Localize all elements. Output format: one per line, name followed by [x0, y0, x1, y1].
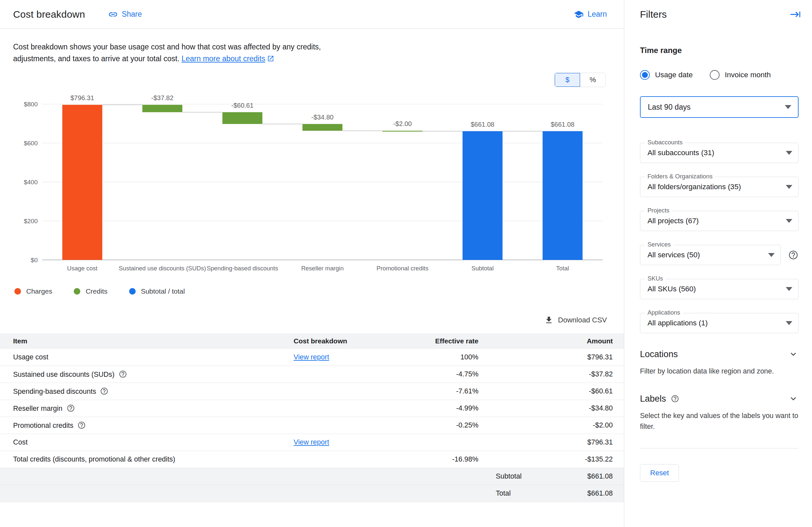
view-report-link[interactable]: View report [294, 353, 329, 361]
radio-dot [710, 70, 720, 80]
arrow-drop-down-icon [768, 253, 775, 257]
waterfall-svg: $0$200$400$600$800$796.31Usage cost-$37.… [13, 88, 611, 280]
field-label: Applications [645, 309, 683, 316]
help-icon[interactable] [100, 387, 108, 395]
usage-date-radio[interactable]: Usage date [640, 70, 693, 80]
svg-text:Promotional credits: Promotional credits [377, 265, 428, 272]
labels-section-header: Labels [640, 393, 799, 404]
link-icon [108, 10, 118, 19]
effective-rate-value: -16.98% [419, 455, 485, 464]
download-csv-button[interactable]: Download CSV [544, 316, 607, 325]
svg-text:$0: $0 [31, 257, 38, 264]
percent-toggle-button[interactable]: % [580, 73, 605, 87]
learn-button[interactable]: Learn [574, 10, 607, 19]
cost-breakdown-table: Item Cost breakdown Effective rate Amoun… [0, 333, 624, 502]
legend-item-charges: Charges [14, 287, 52, 295]
svg-text:$661.08: $661.08 [470, 120, 494, 127]
effective-rate-value: -0.25% [419, 421, 485, 430]
main-header: Cost breakdown Share Learn [0, 0, 624, 29]
amount-value: -$2.00 [485, 421, 624, 430]
field-value: All subaccounts (31) [648, 149, 714, 157]
legend-item-subtotal-total: Subtotal / total [129, 287, 185, 295]
invoice-month-radio[interactable]: Invoice month [710, 70, 771, 80]
subtotal-color-dot [129, 288, 136, 295]
labels-description: Select the key and values of the labels … [640, 410, 799, 432]
time-range-select[interactable]: Last 90 days [640, 96, 799, 118]
projects-select[interactable]: Projects All projects (67) [640, 211, 799, 231]
field-value: All folders/organizations (35) [648, 183, 741, 191]
dollar-toggle-button[interactable]: $ [555, 73, 580, 87]
item-label: Usage cost [13, 353, 48, 361]
applications-select[interactable]: Applications All applications (1) [640, 313, 799, 333]
expand-more-icon[interactable] [788, 393, 799, 404]
field-label: Folders & Organizations [645, 173, 715, 180]
amount-value: $796.31 [485, 438, 624, 447]
svg-text:$800: $800 [24, 101, 38, 108]
svg-text:$200: $200 [24, 218, 38, 225]
radio-label: Usage date [655, 71, 693, 79]
page: Cost breakdown Share Learn Cost breakdow… [0, 0, 812, 527]
expand-more-icon[interactable] [788, 349, 799, 359]
effective-rate-value: -4.99% [419, 404, 485, 412]
help-icon[interactable] [77, 421, 86, 430]
subtotal-label: Subtotal [496, 472, 522, 481]
download-csv-label: Download CSV [558, 316, 607, 325]
svg-text:Total: Total [556, 265, 569, 272]
description-text: Cost breakdown shows your base usage cos… [13, 41, 328, 65]
amount-value: -$135.22 [485, 455, 624, 464]
table-row: Usage cost View report 100% $796.31 [0, 349, 624, 366]
view-report-link[interactable]: View report [294, 438, 329, 446]
field-label: SKUs [645, 275, 666, 282]
field-value: All services (50) [648, 251, 700, 259]
item-label: Sustained use discounts (SUDs) [13, 371, 115, 378]
time-range-value: Last 90 days [648, 103, 691, 111]
cost-waterfall-chart: $0$200$400$600$800$796.31Usage cost-$37.… [13, 88, 624, 281]
field-value: All applications (1) [648, 319, 708, 327]
credits-color-dot [74, 288, 80, 295]
main-content: Cost breakdown Share Learn Cost breakdow… [0, 0, 624, 527]
help-icon[interactable] [119, 370, 127, 378]
time-range-radio-group: Usage date Invoice month [640, 70, 799, 80]
svg-text:$400: $400 [24, 179, 38, 185]
charges-color-dot [14, 288, 21, 295]
page-title: Cost breakdown [13, 9, 85, 20]
services-select[interactable]: Services All services (50) [640, 245, 781, 265]
field-label: Projects [645, 207, 672, 214]
services-help-button[interactable] [788, 250, 799, 260]
skus-select[interactable]: SKUs All SKUs (560) [640, 279, 799, 299]
field-value: All projects (67) [648, 217, 699, 225]
locations-heading: Locations [640, 349, 678, 359]
collapse-panel-icon[interactable] [790, 9, 801, 20]
help-icon[interactable] [671, 394, 679, 403]
table-row: Reseller margin -4.99% -$34.80 [0, 400, 624, 417]
filters-header: Filters [624, 0, 812, 29]
divider [640, 448, 799, 449]
svg-text:Subtotal: Subtotal [472, 265, 494, 272]
item-label: Promotional credits [13, 422, 73, 430]
share-label: Share [122, 10, 142, 19]
svg-text:Sustained use discounts (SUDs): Sustained use discounts (SUDs) [119, 265, 206, 272]
filter-fields: Subaccounts All subaccounts (31) Folders… [640, 143, 799, 333]
legend-label: Charges [26, 287, 52, 295]
time-range-heading: Time range [640, 46, 799, 55]
field-label: Services [645, 241, 673, 248]
subtotal-amount: $661.08 [587, 472, 613, 481]
radio-dot [640, 70, 650, 80]
field-value: All SKUs (560) [648, 285, 696, 293]
legend-item-credits: Credits [74, 287, 107, 295]
svg-text:$796.31: $796.31 [70, 94, 94, 102]
subaccounts-select[interactable]: Subaccounts All subaccounts (31) [640, 143, 799, 163]
folders-organizations-select[interactable]: Folders & Organizations All folders/orga… [640, 177, 799, 197]
legend-label: Credits [86, 287, 107, 295]
share-button[interactable]: Share [108, 10, 142, 19]
filters-title: Filters [640, 9, 667, 20]
reset-button[interactable]: Reset [640, 464, 679, 482]
arrow-drop-down-icon [786, 185, 792, 189]
learn-more-link[interactable]: Learn more about credits [182, 54, 274, 63]
learn-more-label: Learn more about credits [182, 54, 265, 63]
field-label: Subaccounts [645, 139, 685, 146]
radio-label: Invoice month [725, 71, 771, 79]
table-row: Spending-based discounts -7.61% -$60.61 [0, 383, 624, 400]
arrow-drop-down-icon [785, 105, 791, 109]
help-icon[interactable] [67, 404, 75, 412]
